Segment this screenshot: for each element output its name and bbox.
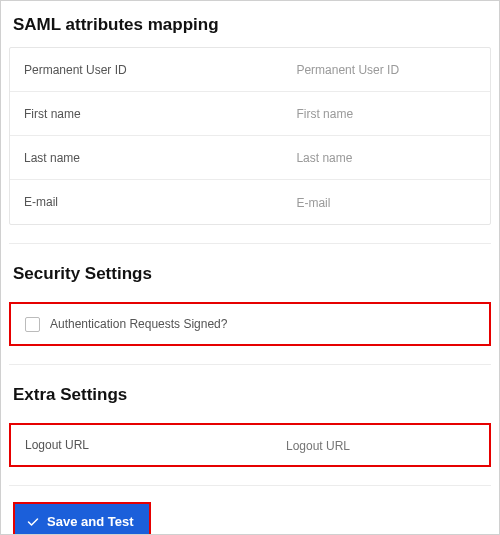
security-section-title: Security Settings xyxy=(9,258,491,296)
save-and-test-button[interactable]: Save and Test xyxy=(15,504,149,535)
table-row: E-mail xyxy=(10,180,490,224)
saml-section-title: SAML attributes mapping xyxy=(9,9,491,47)
security-highlight: Authentication Requests Signed? xyxy=(9,302,491,346)
auth-requests-signed-checkbox[interactable] xyxy=(25,317,40,332)
email-field[interactable] xyxy=(296,196,482,210)
permanent-user-id-field[interactable] xyxy=(296,63,482,77)
row-label-permanent-user-id: Permanent User ID xyxy=(10,51,288,89)
row-label-first-name: First name xyxy=(10,95,288,133)
divider xyxy=(9,485,491,486)
divider xyxy=(9,243,491,244)
check-icon xyxy=(27,516,39,528)
logout-url-field[interactable] xyxy=(286,439,475,453)
auth-requests-signed-label: Authentication Requests Signed? xyxy=(50,317,227,331)
row-label-email: E-mail xyxy=(10,183,288,221)
first-name-field[interactable] xyxy=(296,107,482,121)
extra-highlight: Logout URL xyxy=(9,423,491,467)
save-button-label: Save and Test xyxy=(47,514,133,529)
logout-url-label: Logout URL xyxy=(25,438,286,452)
last-name-field[interactable] xyxy=(296,151,482,165)
table-row: First name xyxy=(10,92,490,136)
table-row: Permanent User ID xyxy=(10,48,490,92)
save-button-highlight: Save and Test xyxy=(13,502,151,535)
row-label-last-name: Last name xyxy=(10,139,288,177)
table-row: Last name xyxy=(10,136,490,180)
extra-section-title: Extra Settings xyxy=(9,379,491,417)
saml-attributes-table: Permanent User ID First name Last name E… xyxy=(9,47,491,225)
divider xyxy=(9,364,491,365)
